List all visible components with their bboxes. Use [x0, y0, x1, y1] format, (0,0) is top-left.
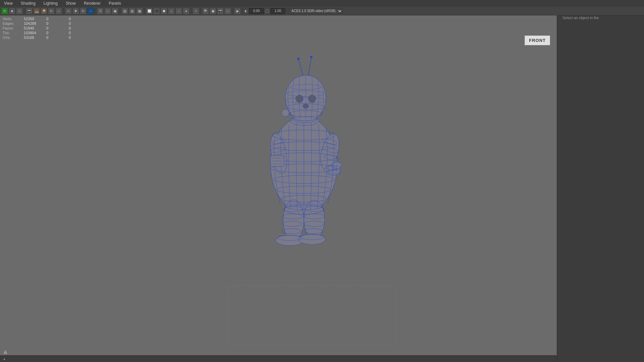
tool-shading3[interactable]: ⬢ — [161, 8, 167, 14]
val2-label: ◯ — [265, 9, 270, 13]
separator-9 — [242, 8, 243, 14]
verts-sel: 0 — [46, 17, 62, 21]
tool-btn-6[interactable]: ↻ — [48, 8, 55, 14]
menu-bar: View Shading Lighting Show Renderer Pane… — [0, 0, 644, 7]
grid-floor — [228, 285, 396, 345]
svg-marker-61 — [3, 350, 7, 354]
tool-shading1[interactable]: ⬜ — [146, 8, 153, 14]
exposure-input[interactable] — [249, 8, 264, 14]
mode-r-button[interactable]: R — [1, 8, 8, 14]
tool-ortho[interactable]: ▣ — [112, 8, 118, 14]
edges-sel: 0 — [46, 21, 62, 25]
tris-label: Tris: — [3, 31, 17, 35]
edges-total: 0 — [69, 21, 85, 25]
val1-label: ◐ — [244, 9, 248, 13]
uvs-label: UVs: — [3, 36, 17, 40]
right-panel-hint-text: Select an object in the — [562, 16, 599, 20]
tool-display1[interactable]: ▤ — [121, 8, 128, 14]
front-label: FRONT — [525, 36, 550, 45]
verts-row: Verts: 52359 0 0 — [3, 17, 85, 21]
svg-point-7 — [310, 56, 313, 58]
tris-row: Tris: 103904 0 0 — [3, 31, 85, 35]
edges-row: Edges: 104288 0 0 — [3, 21, 85, 25]
tool-render[interactable]: ● — [183, 8, 190, 14]
uvs-row: UVs: 53168 0 0 — [3, 36, 85, 40]
svg-point-32 — [282, 109, 289, 117]
menu-panels[interactable]: Panels — [107, 0, 122, 6]
svg-point-6 — [297, 58, 300, 60]
stats-panel: Verts: 52359 0 0 Edges: 104288 0 0 Faces… — [0, 15, 87, 42]
faces-row: Faces: 51940 0 0 — [3, 26, 85, 30]
tool-light[interactable]: ☼ — [168, 8, 175, 14]
uvs-val: 53168 — [24, 36, 40, 40]
status-indicator: ▲ — [3, 357, 6, 361]
status-bar: ▲ — [0, 355, 644, 362]
uvs-total: 0 — [69, 36, 85, 40]
menu-renderer[interactable]: Renderer — [83, 0, 102, 6]
colorspace-dropdown[interactable]: ACES 1.0 SDR-video (sRGB) — [288, 8, 343, 14]
tool-scale[interactable]: ↔ — [87, 8, 94, 14]
separator-4 — [120, 8, 120, 14]
edges-val: 104288 — [24, 21, 40, 25]
tool-display3[interactable]: ▦ — [136, 8, 143, 14]
tool-frame[interactable]: ▣ — [210, 8, 216, 14]
tool-shading2[interactable]: ⬛ — [153, 8, 160, 14]
tool-snap[interactable]: + — [193, 8, 199, 14]
faces-sel: 0 — [46, 26, 62, 30]
menu-shading[interactable]: Shading — [19, 0, 37, 6]
separator-1 — [24, 8, 24, 14]
tool-btn-1[interactable]: ■ — [9, 8, 15, 14]
svg-point-16 — [299, 234, 325, 245]
tool-btn-7[interactable]: ↔ — [55, 8, 62, 14]
separator-10 — [287, 8, 287, 14]
gamma-input[interactable] — [270, 8, 285, 14]
bottom-left-indicator — [3, 349, 8, 355]
separator-7 — [201, 8, 201, 14]
tool-btn-3[interactable]: 📷 — [26, 8, 33, 14]
menu-show[interactable]: Show — [64, 0, 77, 6]
faces-total: 0 — [69, 26, 85, 30]
tool-grid[interactable]: ☷ — [97, 8, 104, 14]
verts-val: 52359 — [24, 17, 40, 21]
svg-line-5 — [308, 57, 311, 76]
right-panel: List Selected Focus Attributes Select an… — [557, 0, 644, 362]
tool-rotate[interactable]: ↻ — [80, 8, 87, 14]
tool-btn-2[interactable]: □ — [16, 8, 23, 14]
svg-point-31 — [308, 95, 316, 103]
verts-total: 0 — [69, 17, 85, 21]
separator-2 — [63, 8, 64, 14]
separator-6 — [191, 8, 191, 14]
faces-val: 51940 — [24, 26, 40, 30]
faces-label: Faces: — [3, 26, 17, 30]
separator-8 — [232, 8, 233, 14]
tris-total: 0 — [69, 31, 85, 35]
svg-point-33 — [303, 104, 309, 108]
tool-btn-4[interactable]: 📥 — [33, 8, 40, 14]
menu-lighting[interactable]: Lighting — [42, 0, 59, 6]
tool-move[interactable]: ✚ — [72, 8, 79, 14]
tool-display2[interactable]: ▥ — [129, 8, 136, 14]
tool-isolate[interactable]: 🔍 — [202, 8, 209, 14]
tool-anim[interactable]: ▶ — [234, 8, 241, 14]
svg-line-4 — [298, 59, 303, 76]
separator-5 — [144, 8, 145, 14]
tris-sel: 0 — [46, 31, 62, 35]
separator-3 — [95, 8, 96, 14]
character-wireframe — [240, 39, 368, 253]
verts-label: Verts: — [3, 17, 17, 21]
svg-point-30 — [296, 95, 303, 103]
tool-box[interactable]: □ — [104, 8, 111, 14]
edges-label: Edges: — [3, 21, 17, 25]
tool-cam[interactable]: 📷 — [217, 8, 224, 14]
uvs-sel: 0 — [46, 36, 62, 40]
tool-res[interactable]: □ — [224, 8, 231, 14]
tris-val: 103904 — [24, 31, 40, 35]
toolbar: R ■ □ 📷 📥 📦 ↻ ↔ ⇨ ✚ ↻ ↔ ☷ □ ▣ ▤ ▥ ▦ ⬜ ⬛ … — [0, 7, 644, 15]
tool-btn-5[interactable]: 📦 — [41, 8, 47, 14]
svg-rect-0 — [228, 285, 396, 345]
viewport[interactable]: FRONT — [0, 15, 557, 355]
tool-select[interactable]: ⇨ — [65, 8, 72, 14]
menu-view[interactable]: View — [3, 0, 14, 6]
tool-shadow[interactable]: ○ — [175, 8, 182, 14]
